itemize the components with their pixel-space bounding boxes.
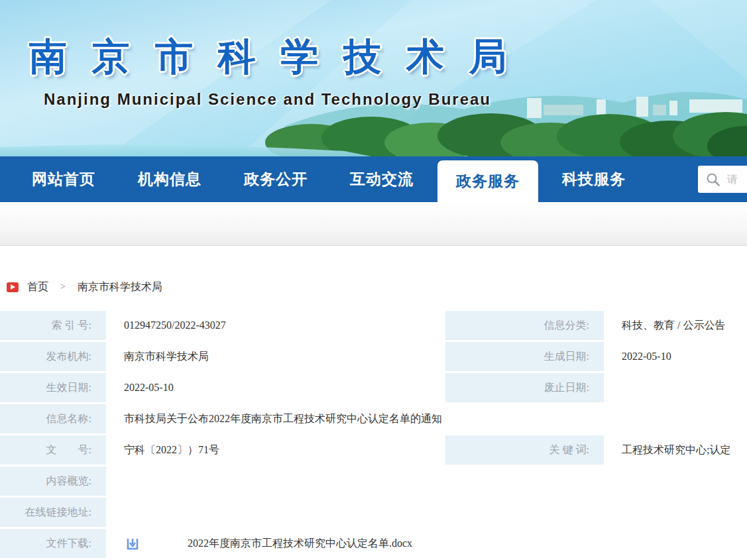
field-value-keywords: 工程技术研究中心;认定 [605,435,747,465]
nav-item-tech-services[interactable]: 科技服务 [562,156,626,202]
nav-item-home[interactable]: 网站首页 [32,156,95,202]
field-label-abolish-date: 废止日期: [445,373,604,402]
field-value-file-download: 2022年度南京市工程技术研究中心认定名单.docx [107,529,747,558]
search-input[interactable] [727,174,747,186]
download-file-link[interactable]: 2022年度南京市工程技术研究中心认定名单.docx [188,537,412,549]
field-value-content-overview [107,467,747,496]
field-value-effective-date: 2022-05-10 [107,373,443,402]
document-info-table: 索 引 号: 012947250/2022-43027 信息分类: 科技、教育 … [0,311,747,558]
breadcrumb-home-icon [7,282,19,292]
table-row: 生效日期: 2022-05-10 废止日期: [0,373,747,402]
table-row: 文件下载: 2022年度南京市工程技术研究中心认定名单.docx [0,529,747,558]
site-subtitle-english: Nanjing Municipal Science and Technology… [44,90,491,109]
field-value-index-number: 012947250/2022-43027 [107,311,443,340]
site-title: 南 京 市 科 学 技 术 局 [29,32,514,83]
field-value-abolish-date [605,373,747,402]
table-row: 文 号: 宁科〔2022〕）71号 关 键 词: 工程技术研究中心;认定 [0,435,747,465]
field-label-content-overview: 内容概览: [0,467,106,496]
nav-item-gov-disclosure[interactable]: 政务公开 [244,156,308,202]
table-row: 索 引 号: 012947250/2022-43027 信息分类: 科技、教育 … [0,311,747,340]
field-value-info-name: 市科技局关于公布2022年度南京市工程技术研究中心认定名单的通知 [107,404,747,433]
field-label-created-date: 生成日期: [445,342,604,371]
field-label-online-link: 在线链接地址: [0,498,106,527]
breadcrumb-separator: > [60,282,66,292]
breadcrumb-current: 南京市科学技术局 [78,280,162,294]
table-row: 在线链接地址: [0,498,747,527]
table-row: 发布机构: 南京市科学技术局 生成日期: 2022-05-10 [0,342,747,371]
breadcrumb: 首页 > 南京市科学技术局 [7,277,747,297]
breadcrumb-home-link[interactable]: 首页 [27,280,48,294]
table-row: 内容概览: [0,467,747,496]
field-value-doc-number: 宁科〔2022〕）71号 [107,435,443,465]
search-box[interactable] [698,166,747,193]
nav-item-interaction[interactable]: 互动交流 [350,156,414,202]
field-label-doc-number: 文 号: [0,435,106,465]
field-label-effective-date: 生效日期: [0,373,106,402]
main-navigation: 网站首页 机构信息 政务公开 互动交流 政务服务 科技服务 [0,156,747,202]
nav-sub-strip [0,202,747,246]
field-label-file-download: 文件下载: [0,529,106,558]
download-icon[interactable] [125,537,140,551]
field-label-publisher: 发布机构: [0,342,106,371]
nav-item-gov-services-active[interactable]: 政务服务 [437,160,538,202]
nav-item-org-info[interactable]: 机构信息 [138,156,201,202]
field-value-online-link [107,498,747,527]
field-label-index-number: 索 引 号: [0,311,106,340]
field-value-created-date: 2022-05-10 [605,342,747,371]
field-label-keywords: 关 键 词: [445,435,604,465]
field-value-publisher: 南京市科学技术局 [107,342,443,371]
table-row: 信息名称: 市科技局关于公布2022年度南京市工程技术研究中心认定名单的通知 [0,404,747,433]
search-icon [706,172,720,187]
field-value-info-category: 科技、教育 / 公示公告 [605,311,747,340]
field-label-info-category: 信息分类: [445,311,604,340]
site-banner: 南 京 市 科 学 技 术 局 Nanjing Municipal Scienc… [0,0,747,156]
field-label-info-name: 信息名称: [0,404,106,433]
